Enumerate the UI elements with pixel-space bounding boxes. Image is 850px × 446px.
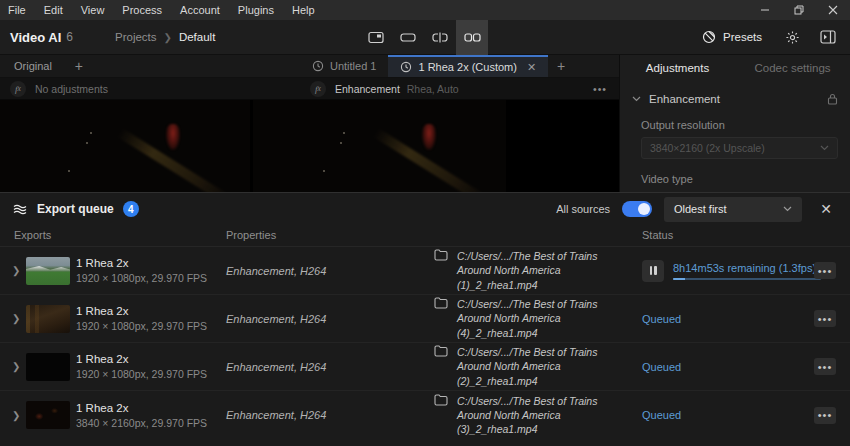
tab-adjustments[interactable]: Adjustments (620, 62, 735, 74)
video-pane-enhanced[interactable] (253, 100, 506, 192)
video-pane-original[interactable] (0, 100, 250, 192)
expand-row-icon[interactable]: ❯ (8, 410, 26, 421)
pause-button[interactable] (642, 260, 664, 282)
status-queued-label: Queued (642, 361, 681, 373)
history-icon (312, 60, 324, 72)
menu-edit[interactable]: Edit (44, 4, 63, 16)
tab-untitled-1[interactable]: Untitled 1 (300, 55, 388, 77)
status-queued-label: Queued (642, 409, 681, 421)
tab-original[interactable]: Original (0, 55, 66, 77)
add-tab-button-left[interactable]: + (66, 55, 92, 77)
menu-plugins[interactable]: Plugins (238, 4, 274, 16)
row-more-button[interactable]: ••• (814, 310, 836, 327)
export-properties: Enhancement, H264 (226, 409, 434, 421)
app-version: 6 (66, 30, 73, 44)
settings-button[interactable] (778, 24, 806, 50)
video-type-label: Video type (620, 159, 850, 191)
title-bar: Video AI 6 Projects ❯ Default Presets (0, 20, 850, 55)
video-preview-area[interactable] (0, 100, 619, 192)
column-header-properties: Properties (226, 229, 434, 241)
presets-button[interactable]: Presets (694, 26, 770, 48)
export-status: 8h14m53s remaining (1.3fps) (642, 260, 814, 282)
all-sources-toggle[interactable] (622, 201, 652, 217)
export-queue-controls: All sources Oldest first ✕ (556, 197, 838, 222)
fx-icon: fx (310, 81, 326, 97)
view-mode-side-by-side-button[interactable] (456, 20, 488, 55)
expand-row-icon[interactable]: ❯ (8, 313, 26, 324)
row-more-button[interactable]: ••• (814, 407, 836, 424)
menu-account[interactable]: Account (180, 4, 220, 16)
export-queue-header: Export queue 4 All sources Oldest first … (0, 195, 850, 223)
filter-enhanced: fx Enhancement Rhea, Auto ••• (300, 81, 619, 97)
export-status: Queued (642, 409, 814, 421)
export-queue-row[interactable]: ❯ 1 Rhea 2x 1920 × 1080px, 29.970 FPS En… (0, 247, 850, 295)
export-file: C:/Users/.../The Best of Trains Around N… (434, 394, 642, 437)
export-queue-row[interactable]: ❯ 1 Rhea 2x 1920 × 1080px, 29.970 FPS En… (0, 295, 850, 343)
no-adjustments-label: No adjustments (35, 83, 108, 95)
tab-group-right: Untitled 1 1 Rhea 2x (Custom) ✕ + (300, 55, 619, 77)
presets-label: Presets (723, 31, 762, 43)
sort-order-dropdown[interactable]: Oldest first (664, 197, 802, 222)
queue-count-badge: 4 (123, 201, 139, 217)
filter-bar: fx No adjustments fx Enhancement Rhea, A… (0, 78, 619, 100)
enhancement-filter-label: Enhancement (335, 83, 400, 95)
output-resolution-dropdown[interactable]: 3840×2160 (2x Upscale) (641, 137, 838, 159)
view-mode-single-button[interactable] (392, 20, 424, 55)
export-path: C:/Users/.../The Best of Trains Around N… (457, 345, 629, 388)
export-name: 1 Rhea 2x (76, 402, 226, 414)
export-name: 1 Rhea 2x (76, 353, 226, 365)
video-thumbnail (26, 401, 70, 429)
folder-icon (434, 345, 448, 357)
column-header-exports: Exports (8, 229, 226, 241)
view-mode-switcher (360, 20, 488, 55)
row-more-button[interactable]: ••• (814, 358, 836, 375)
menu-process[interactable]: Process (122, 4, 162, 16)
tab-codec-settings[interactable]: Codec settings (735, 62, 850, 74)
export-properties: Enhancement, H264 (226, 265, 434, 277)
menu-bar: File Edit View Process Account Plugins H… (0, 0, 850, 20)
close-tab-icon[interactable]: ✕ (527, 61, 536, 74)
minimize-button[interactable] (748, 0, 782, 20)
export-specs: 1920 × 1080px, 29.970 FPS (76, 272, 226, 284)
all-sources-label: All sources (556, 203, 610, 215)
video-thumbnail (26, 257, 70, 285)
chevron-down-icon (783, 206, 792, 212)
menu-help[interactable]: Help (292, 4, 315, 16)
toggle-right-panel-button[interactable] (814, 24, 842, 50)
export-status: Queued (642, 313, 814, 325)
export-properties: Enhancement, H264 (226, 313, 434, 325)
menu-view[interactable]: View (81, 4, 105, 16)
view-mode-split-button[interactable] (424, 20, 456, 55)
add-tab-button-right[interactable]: + (548, 55, 574, 77)
export-tab-bar: Original + Untitled 1 1 Rhea 2x (Custom)… (0, 55, 619, 78)
chevron-down-icon (820, 145, 829, 151)
view-mode-fit-button[interactable] (360, 20, 392, 55)
history-icon (400, 61, 412, 73)
filter-more-button[interactable]: ••• (593, 83, 607, 95)
tab-rhea-custom[interactable]: 1 Rhea 2x (Custom) ✕ (388, 55, 548, 77)
progress-bar (673, 278, 821, 280)
enhancement-section-header[interactable]: Enhancement (620, 81, 850, 105)
export-name: 1 Rhea 2x (76, 257, 226, 269)
layers-icon (12, 202, 28, 216)
export-queue-row[interactable]: ❯ 1 Rhea 2x 3840 × 2160px, 29.970 FPS En… (0, 391, 850, 439)
expand-row-icon[interactable]: ❯ (8, 265, 26, 276)
export-status: Queued (642, 361, 814, 373)
row-more-button[interactable]: ••• (814, 262, 836, 279)
enhancement-filter-detail: Rhea, Auto (407, 83, 459, 95)
menu-file[interactable]: File (8, 4, 26, 16)
export-queue-column-headers: Exports Properties Status (0, 223, 850, 247)
chevron-right-icon: ❯ (164, 32, 172, 43)
export-queue-panel: Export queue 4 All sources Oldest first … (0, 192, 850, 446)
close-window-button[interactable] (816, 0, 850, 20)
gear-icon (785, 30, 800, 45)
export-specs: 1920 × 1080px, 29.970 FPS (76, 320, 226, 332)
breadcrumb-projects[interactable]: Projects (115, 31, 157, 43)
export-queue-row[interactable]: ❯ 1 Rhea 2x 1920 × 1080px, 29.970 FPS En… (0, 343, 850, 391)
expand-row-icon[interactable]: ❯ (8, 361, 26, 372)
close-export-queue-button[interactable]: ✕ (814, 197, 838, 221)
output-resolution-label: Output resolution (620, 105, 850, 137)
lock-icon (827, 93, 838, 105)
adjustments-panel: Adjustments Codec settings Enhancement O… (619, 55, 850, 192)
restore-button[interactable] (782, 0, 816, 20)
